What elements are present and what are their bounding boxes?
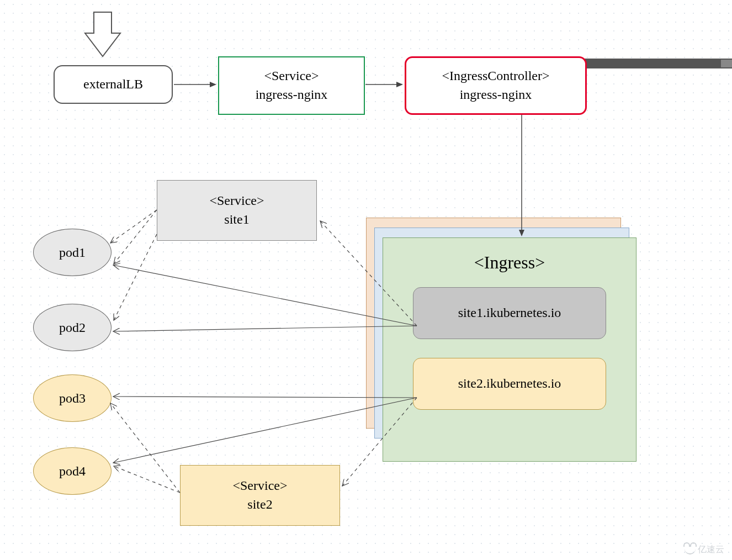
node-external-lb: externalLB [54,65,173,104]
watermark: 亿速云 [685,544,724,556]
watermark-text: 亿速云 [698,544,724,556]
ingress-rule-site1-label: site1.ikubernetes.io [458,304,561,323]
pod3-label: pod3 [59,391,86,406]
decorative-bar-cap [721,60,732,67]
service-site2-line1: <Service> [232,477,287,495]
ingress-title: <Ingress> [474,250,545,275]
node-pod4: pod4 [33,447,112,495]
pod1-label: pod1 [59,245,86,260]
pod4-label: pod4 [59,464,86,479]
service-site2-line2: site2 [247,495,272,514]
node-pod2: pod2 [33,304,112,351]
decorative-bar [565,59,732,68]
cloud-icon [685,546,696,554]
service-site1-line2: site1 [224,210,249,229]
ingress-group: <Ingress> site1.ikubernetes.io site2.iku… [383,237,636,462]
ingress-controller-line2: ingress-nginx [460,86,532,104]
node-service-site1: <Service> site1 [157,180,317,241]
ingress-rule-site1: site1.ikubernetes.io [413,287,606,339]
node-ingress-controller: <IngressController> ingress-nginx [405,56,587,115]
external-lb-label: externalLB [83,75,143,94]
node-pod1: pod1 [33,229,112,276]
pod2-label: pod2 [59,320,86,335]
service-ingress-line1: <Service> [264,67,319,86]
diagram-canvas: externalLB <Service> ingress-nginx <Ingr… [0,0,732,560]
ingress-rule-site2: site2.ikubernetes.io [413,358,606,410]
ingress-rule-site2-label: site2.ikubernetes.io [458,374,561,393]
node-service-site2: <Service> site2 [180,465,340,526]
service-site1-line1: <Service> [209,192,264,210]
ingress-controller-line1: <IngressController> [442,67,549,86]
service-ingress-line2: ingress-nginx [256,86,328,104]
node-service-ingress-nginx: <Service> ingress-nginx [218,56,365,115]
node-pod3: pod3 [33,374,112,422]
